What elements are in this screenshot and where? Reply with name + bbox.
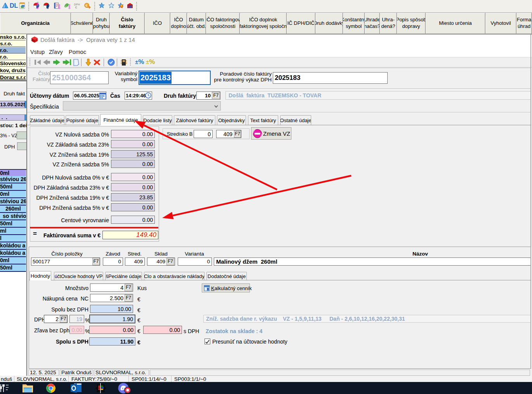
svg-text:DPH: DPH [68,4,71,9]
svg-text:IČ DPH: IČ DPH [36,2,39,9]
svg-text:xDPH: xDPH [47,3,49,9]
svg-text:DPH: DPH [58,4,61,9]
svg-text:€: € [75,5,77,9]
svg-text:€: € [86,3,88,7]
